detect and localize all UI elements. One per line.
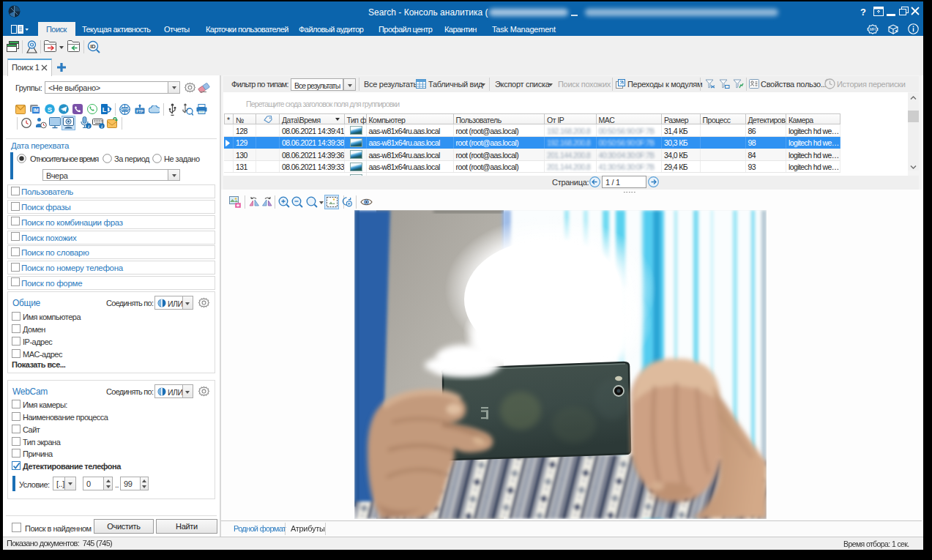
- svg-text:FTP: FTP: [136, 109, 143, 113]
- svg-text:S: S: [48, 105, 52, 113]
- svg-text:MFI: MFI: [870, 27, 876, 31]
- svg-text:HTTP: HTTP: [121, 108, 129, 111]
- svg-text:L: L: [102, 106, 107, 113]
- svg-text:ID: ID: [90, 43, 96, 50]
- svg-text:IM: IM: [33, 108, 38, 113]
